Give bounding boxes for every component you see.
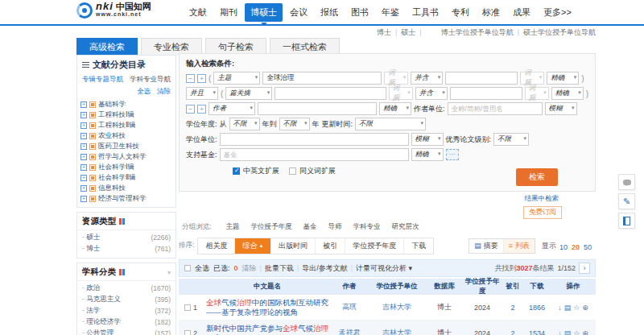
year-to-select[interactable]: 不限 — [279, 118, 310, 130]
expand-icon[interactable]: + — [80, 154, 87, 160]
batch-action-button[interactable]: 计量可视化分析 ▾ — [356, 263, 412, 274]
subnav-link[interactable]: 硕士 — [401, 27, 415, 38]
filter-item[interactable]: 马克思主义(395) — [82, 294, 171, 305]
select-all-label[interactable]: 全选 — [195, 263, 209, 274]
catalog-item[interactable]: +社会科学Ⅱ辑 — [80, 172, 172, 183]
filter-item[interactable]: 博士(761) — [82, 243, 171, 254]
catalog-item[interactable]: +经济与管理科学 — [80, 193, 172, 204]
nav-item[interactable]: 标准 — [477, 3, 506, 22]
filter-panel-header[interactable]: 学科分类▾ — [77, 263, 175, 281]
author-match-select[interactable]: 精确 — [379, 102, 411, 115]
more-icon[interactable]: ⊕ — [582, 304, 588, 312]
download-count-link[interactable]: 1534 — [529, 329, 545, 335]
catalog-item[interactable]: +农业科技 — [80, 130, 172, 141]
fund-match-select[interactable]: 精确 — [411, 148, 444, 161]
match-select[interactable]: 精确 — [547, 72, 579, 85]
remove-row-button[interactable]: − — [186, 105, 195, 114]
year-from-select[interactable]: 不限 — [229, 118, 260, 130]
relation-select[interactable]: 并含 — [411, 72, 443, 85]
checkbox-icon[interactable] — [89, 101, 96, 108]
excellent-select[interactable]: 不限 — [493, 133, 529, 146]
checkbox-icon[interactable] — [89, 122, 96, 129]
next-page-button[interactable]: › — [579, 263, 590, 274]
more-icon[interactable]: ⊕ — [582, 329, 588, 335]
free-subscribe-link[interactable]: 免费订阅 — [523, 206, 562, 219]
tab-active[interactable]: 高级检索 — [76, 38, 138, 56]
search-term-input-2[interactable] — [450, 87, 522, 100]
batch-action-button[interactable]: 导出/参考文献 — [302, 263, 348, 274]
school-link[interactable]: 吉林大学 — [382, 329, 411, 335]
checkbox-icon[interactable] — [89, 185, 96, 192]
catalog-item[interactable]: +哲学与人文科学 — [80, 151, 172, 162]
favorite-icon[interactable]: ☆ — [573, 329, 580, 335]
batch-action-button[interactable]: 批量下载 — [265, 263, 294, 274]
cited-count-link[interactable]: 2 — [510, 329, 514, 335]
read-online-icon[interactable]: ▤ — [564, 304, 572, 312]
checkbox-icon[interactable] — [89, 154, 96, 160]
nav-item[interactable]: 更多>> — [538, 3, 577, 22]
nav-item[interactable]: 图书 — [345, 3, 374, 22]
nav-item[interactable]: 博硕士 — [245, 3, 283, 22]
expand-icon[interactable]: + — [80, 196, 87, 202]
catalog-action[interactable]: 全选 — [137, 87, 151, 97]
group-browse-item[interactable]: 研究层次 — [391, 222, 419, 232]
group-browse-item[interactable]: 导师 — [328, 222, 341, 232]
filter-item[interactable]: 政治(1670) — [82, 283, 171, 294]
relation-select[interactable]: 并含 — [415, 87, 448, 100]
page-size-option[interactable]: 20 — [572, 243, 580, 251]
expand-icon[interactable]: + — [80, 185, 87, 192]
sort-option[interactable]: 相关度 — [198, 238, 235, 254]
catalog-action[interactable]: 清除 — [157, 87, 171, 97]
nav-item[interactable]: 期刊 — [214, 3, 243, 22]
expand-icon[interactable]: + — [80, 122, 87, 129]
field-select[interactable]: 主题 — [213, 72, 260, 85]
sort-option[interactable]: 综合▲ — [235, 238, 271, 254]
group-browse-item[interactable]: 学位授予年度 — [250, 222, 291, 232]
search-term-input-2[interactable] — [445, 72, 518, 85]
nav-item[interactable]: 报纸 — [315, 3, 344, 22]
row-checkbox[interactable] — [184, 330, 191, 335]
word-freq-select-2[interactable]: 词频 — [525, 87, 549, 100]
expand-icon[interactable]: + — [80, 133, 87, 139]
unit-match-select[interactable]: 模糊 — [545, 102, 577, 115]
catalog-item[interactable]: +工程科技Ⅱ辑 — [80, 120, 172, 130]
add-row-button[interactable]: + — [197, 74, 206, 83]
catalog-item[interactable]: +工程科技Ⅰ辑 — [80, 110, 172, 120]
sort-option[interactable]: 学位授予年度 — [345, 238, 404, 254]
expand-icon[interactable]: + — [80, 101, 87, 108]
expand-icon[interactable]: + — [80, 175, 87, 181]
feedback-button[interactable] — [618, 174, 635, 190]
field-select[interactable]: 篇关摘 — [225, 87, 272, 100]
nav-item[interactable]: 成果 — [507, 3, 536, 22]
checkbox-icon[interactable] — [89, 143, 96, 150]
clear-selection-link[interactable]: 清除 — [242, 263, 257, 274]
catalog-item[interactable]: +社会科学Ⅰ辑 — [80, 162, 172, 172]
journal-button[interactable] — [618, 213, 635, 229]
update-time-select[interactable]: 不限 — [355, 118, 426, 130]
catalog-tab[interactable]: 专辑专题导航 — [82, 75, 123, 85]
sort-option[interactable]: 被引 — [316, 238, 345, 254]
degree-unit-match-select[interactable]: 模糊 — [411, 133, 444, 146]
subnav-link[interactable]: 博士学位授予单位导航 — [441, 27, 514, 38]
filter-item[interactable]: 理论经济学(182) — [82, 316, 171, 328]
nav-item[interactable]: 会议 — [284, 3, 313, 22]
sort-option[interactable]: 下载 — [404, 238, 433, 254]
catalog-item[interactable]: +基础科学 — [80, 99, 172, 110]
expand-checkbox[interactable]: 中英文扩展 — [233, 166, 279, 176]
word-freq-select[interactable]: 词频 — [384, 72, 408, 85]
school-link[interactable]: 吉林大学 — [382, 303, 411, 311]
page-size-option[interactable]: 10 — [559, 243, 568, 251]
row-checkbox[interactable] — [184, 304, 191, 311]
cited-count-link[interactable]: 2 — [510, 304, 514, 312]
group-browse-item[interactable]: 基金 — [303, 222, 316, 232]
degree-unit-input[interactable] — [220, 133, 409, 146]
fund-input[interactable] — [220, 148, 409, 161]
author-link[interactable]: 高琪 — [342, 303, 357, 311]
author-link[interactable]: 孟祥君 — [339, 329, 361, 335]
checkbox-icon[interactable] — [89, 196, 96, 202]
nav-item[interactable]: 专利 — [446, 3, 475, 22]
remove-row-button[interactable]: − — [186, 74, 195, 83]
author-field-select[interactable]: 作者 — [208, 102, 255, 115]
filter-item[interactable]: 公共管理(157) — [82, 328, 171, 335]
download-icon[interactable]: ↓ — [558, 304, 562, 312]
